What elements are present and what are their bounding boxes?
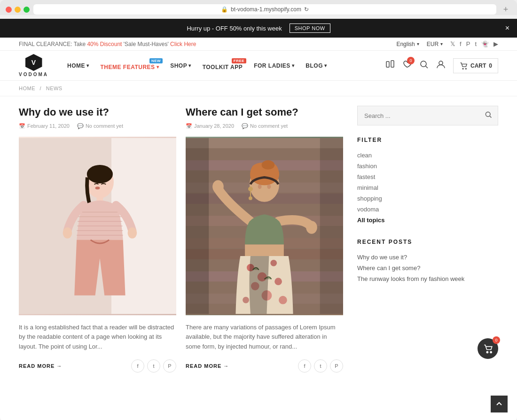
sidebar-search-button[interactable] [479,106,498,125]
filter-item-vodoma[interactable]: vodoma [357,204,498,215]
calendar-icon: 📅 [19,123,25,129]
announcement-close-button[interactable]: × [505,24,509,32]
twitter-icon[interactable]: 𝕏 [450,40,455,47]
filter-item-minimal[interactable]: minimal [357,182,498,193]
post-2-share-twitter[interactable]: t [314,359,327,373]
post-1-share-twitter[interactable]: t [147,359,160,373]
nav-toolkit-app[interactable]: TOOLKIT APP Free [198,57,248,74]
blog-chevron-icon: ▾ [324,63,327,68]
breadcrumb-home[interactable]: HOME [19,86,35,91]
svg-point-5 [462,68,463,69]
svg-point-6 [465,68,466,69]
filter-item-fashion[interactable]: fashion [357,161,498,171]
snapchat-icon[interactable]: 👻 [481,40,489,47]
sidebar-search-box[interactable] [357,106,498,125]
language-selector[interactable]: English ▾ [396,41,419,47]
tumblr-icon[interactable]: t [475,40,477,47]
pinterest-icon[interactable]: P [466,40,470,47]
post-2-share-pinterest[interactable]: P [330,359,343,373]
new-badge: New [149,58,163,63]
page-wrapper: Hurry up - OFF 50% only this week SHOP N… [0,19,517,420]
svg-point-21 [95,187,100,189]
dot-yellow[interactable] [15,7,21,13]
comment-icon: 💬 [77,123,84,129]
main-content: Why do we use it? 📅 February 11, 2020 💬 … [0,96,517,382]
svg-point-11 [87,165,113,183]
post-1-share-facebook[interactable]: f [131,359,144,373]
logo-text: VODOMA [19,72,48,77]
cart-button[interactable]: CART 0 [453,58,498,73]
currency-chevron-icon: ▾ [440,41,443,47]
post-2-footer: READ MORE → f t P [186,359,343,373]
recent-post-3[interactable]: The runway looks from ny fashion week [357,273,498,284]
nav-actions: 0 CART 0 [385,58,498,73]
svg-line-61 [490,116,492,118]
filter-item-shopping[interactable]: shopping [357,193,498,204]
post-1-share: f t P [131,359,176,373]
nav-blog[interactable]: BLOG ▾ [301,59,331,73]
post-1-title: Why do we use it? [19,106,176,119]
svg-point-50 [243,296,249,303]
refresh-icon[interactable]: ↻ [304,6,309,13]
breadcrumb-current: NEWS [46,86,63,91]
shop-now-button[interactable]: SHOP NOW [290,23,330,33]
wishlist-button[interactable]: 0 [402,60,412,71]
svg-point-54 [262,160,275,170]
filter-item-all-topics[interactable]: All topics [357,215,498,226]
svg-rect-39 [186,138,209,313]
post-2-excerpt: There are many variations of passages of… [186,323,343,352]
click-here-link[interactable]: Click Here [170,41,196,47]
post-1-meta: 📅 February 11, 2020 💬 No comment yet [19,123,176,129]
post-1-date: February 11, 2020 [27,123,70,129]
currency-selector[interactable]: EUR ▾ [427,41,443,47]
facebook-icon[interactable]: f [460,40,462,47]
nav-shop[interactable]: SHOP ▾ [165,59,196,73]
compare-button[interactable] [385,60,395,71]
browser-dots [6,7,30,13]
browser-address-bar[interactable]: 🔒 bt-vodoma-1.myshopify.com ↻ [33,4,496,15]
svg-rect-23 [186,138,343,148]
cart-label: CART [470,62,486,69]
account-button[interactable] [436,60,446,71]
nav-home[interactable]: HOME ▾ [63,59,94,73]
post-1-share-pinterest[interactable]: P [163,359,176,373]
post-2-image [186,137,343,315]
logo[interactable]: V VODOMA [19,54,48,77]
sidebar-search-input[interactable] [358,108,479,124]
svg-point-19 [63,227,72,239]
browser-url: bt-vodoma-1.myshopify.com [231,6,301,13]
floating-cart-button[interactable]: 0 [478,338,498,359]
dot-red[interactable] [6,7,12,13]
svg-point-59 [249,196,252,200]
nav-theme-features[interactable]: THEME FEATURES ▾ New [96,57,164,74]
recent-post-1[interactable]: Why do we use it? [357,252,498,263]
post-1-read-more[interactable]: READ MORE → [19,363,62,369]
scroll-to-top-button[interactable] [491,396,508,412]
info-bar: FINAL CLEARANCE: Take 40% Discount 'Sale… [0,38,517,51]
svg-rect-43 [245,244,284,256]
filter-item-fastest[interactable]: fastest [357,171,498,182]
svg-point-51 [279,296,287,304]
youtube-icon[interactable]: ▶ [494,40,498,47]
info-bar-right: English ▾ EUR ▾ 𝕏 f P t 👻 ▶ [396,40,498,47]
blog-posts: Why do we use it? 📅 February 11, 2020 💬 … [19,106,343,373]
announcement-text: Hurry up - OFF 50% only this week [187,25,282,32]
svg-point-63 [490,351,492,353]
sidebar-recent-posts-section: RECENT POSTS Why do we use it? Where can… [357,239,498,284]
free-badge: Free [232,58,246,63]
svg-point-60 [486,112,490,117]
recent-post-2[interactable]: Where can I get some? [357,263,498,273]
discount-link[interactable]: 40% Discount [87,41,122,47]
post-2-date-item: 📅 January 28, 2020 [186,123,234,129]
search-button[interactable] [419,60,429,71]
svg-point-46 [270,260,277,266]
new-tab-button[interactable]: + [500,4,511,15]
dot-green[interactable] [24,7,30,13]
post-2-share-facebook[interactable]: f [298,359,311,373]
filter-item-clean[interactable]: clean [357,150,498,161]
post-2-read-more[interactable]: READ MORE → [186,363,229,369]
post-2-share: f t P [298,359,343,373]
breadcrumb: HOME / NEWS [0,81,517,96]
svg-point-57 [248,187,253,191]
nav-for-ladies[interactable]: FOR LADIES ▾ [249,59,299,73]
